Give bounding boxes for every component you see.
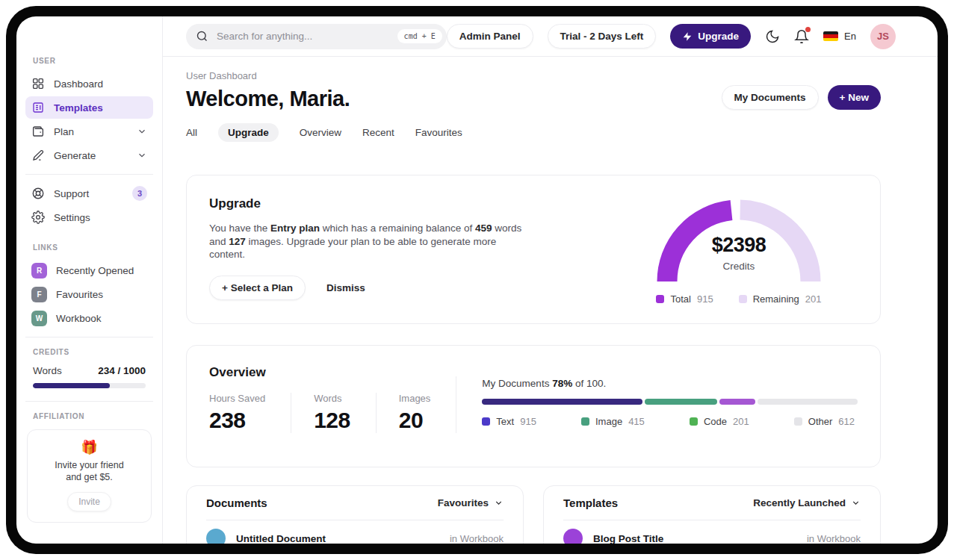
my-documents-button[interactable]: My Documents (722, 85, 819, 110)
credits-gauge: $2398 Credits Total 915 Remaining 201 (645, 196, 832, 302)
caption-text: of 100. (572, 378, 606, 389)
affiliation-line1: Invite your friend (55, 460, 123, 470)
pencil-icon (31, 149, 45, 162)
credits-progress-fill (33, 383, 110, 388)
upgrade-card-actions: + Select a Plan Dismiss (209, 276, 530, 300)
language-label: En (844, 31, 856, 42)
sidebar-item-dashboard[interactable]: Dashboard (25, 72, 153, 95)
sidebar-item-generate[interactable]: Generate (25, 144, 153, 167)
page-title: Welcome, Maria. (186, 85, 350, 112)
sidebar-link-workbook[interactable]: W Workbook (25, 307, 153, 329)
legend-swatch (656, 295, 664, 303)
select-plan-button[interactable]: + Select a Plan (209, 276, 306, 300)
legend-swatch (690, 417, 698, 426)
bar-legend: Text 915 Image 415 Code 20 (482, 416, 858, 427)
legend-label: Image (595, 416, 622, 427)
legend-item-text: Text 915 (482, 416, 536, 427)
tab-bar: All Upgrade Overview Recent Favourites (186, 122, 881, 142)
body-text: which has a remaining balance of (320, 223, 475, 234)
sidebar-item-label: Support (54, 188, 89, 199)
sidebar-divider (25, 174, 153, 175)
lifebuoy-icon (31, 187, 45, 200)
sidebar-item-label: Favourites (56, 289, 103, 300)
dark-mode-moon-icon[interactable] (765, 29, 780, 44)
search-bar[interactable]: cmd + E (186, 24, 447, 49)
admin-panel-button[interactable]: Admin Panel (447, 24, 533, 49)
header-actions: My Documents + New (722, 85, 881, 110)
legend-value: 915 (697, 293, 713, 305)
sidebar-link-favourites[interactable]: F Favourites (25, 283, 153, 305)
new-button[interactable]: + New (828, 85, 881, 110)
legend-swatch (581, 417, 589, 426)
sidebar-item-templates[interactable]: Templates (25, 96, 153, 119)
sidebar-section-affiliation: AFFILIATION (33, 412, 153, 420)
sidebar-item-label: Workbook (56, 313, 102, 324)
notifications-bell-icon[interactable] (794, 29, 809, 44)
bar-segment-image (645, 399, 718, 405)
support-count-badge: 3 (132, 186, 147, 201)
legend-item-code: Code 201 (690, 416, 749, 427)
chevron-down-icon (494, 498, 504, 508)
body-text: You have the (209, 223, 270, 234)
gauge-amount: $2398 (655, 234, 823, 257)
template-location: in Workbook (807, 533, 861, 544)
topbar-actions: Admin Panel Trial - 2 Days Left Upgrade … (447, 24, 896, 49)
credits-value: 234 / 1000 (98, 365, 146, 376)
overview-card: Overview Hours Saved 238 Words 128 Image… (186, 345, 881, 467)
sidebar-section-credits: CREDITS (33, 348, 153, 356)
sidebar-item-support[interactable]: Support 3 (25, 182, 153, 205)
affiliation-text: Invite your friend and get $5. (34, 459, 145, 483)
sidebar-item-label: Dashboard (54, 78, 103, 90)
template-name: Blog Post Title (593, 533, 663, 544)
bottom-cards-row: Documents Favourites Untitled Document i… (186, 485, 881, 544)
legend-value: 415 (628, 416, 645, 427)
upgrade-card-left: Upgrade You have the Entry plan which ha… (209, 196, 530, 302)
german-flag-icon (823, 31, 838, 41)
legend-item-image: Image 415 (581, 416, 645, 427)
language-selector[interactable]: En (823, 31, 856, 42)
sidebar-divider (25, 401, 153, 402)
trial-status-pill[interactable]: Trial - 2 Days Left (548, 24, 657, 49)
documents-card-header: Documents Favourites (206, 486, 504, 520)
content: User Dashboard Welcome, Maria. My Docume… (163, 57, 881, 544)
tab-recent[interactable]: Recent (362, 123, 394, 142)
tab-upgrade[interactable]: Upgrade (218, 123, 279, 142)
gauge-legend: Total 915 Remaining 201 (645, 293, 832, 305)
template-row[interactable]: Blog Post Title in Workbook (563, 520, 861, 544)
filter-label: Favourites (438, 497, 489, 508)
credits-row: Words 234 / 1000 (33, 365, 146, 376)
stat-label: Hours Saved (209, 393, 265, 404)
dismiss-button[interactable]: Dismiss (326, 282, 365, 293)
body-bold: 127 (229, 236, 246, 247)
documents-filter-dropdown[interactable]: Favourites (438, 497, 504, 508)
lightning-icon (682, 31, 693, 42)
document-row[interactable]: Untitled Document in Workbook (206, 520, 504, 544)
invite-button[interactable]: Invite (67, 492, 111, 511)
legend-swatch (739, 295, 747, 303)
tab-overview[interactable]: Overview (300, 123, 341, 142)
search-input[interactable] (215, 30, 391, 43)
semicircle-donut-chart: $2398 Credits (655, 198, 823, 286)
documents-card: Documents Favourites Untitled Document i… (186, 485, 524, 544)
sidebar-item-plan[interactable]: Plan (25, 120, 153, 143)
keyboard-shortcut-badge: cmd + E (397, 29, 442, 43)
templates-card: Templates Recently Launched Blog Post Ti… (543, 485, 881, 544)
notification-dot (805, 27, 811, 32)
templates-filter-dropdown[interactable]: Recently Launched (753, 497, 861, 508)
link-avatar: W (31, 311, 47, 326)
sidebar-item-settings[interactable]: Settings (25, 206, 153, 228)
gift-icon: 🎁 (34, 440, 145, 455)
legend-swatch (482, 417, 490, 426)
upgrade-card: Upgrade You have the Entry plan which ha… (186, 175, 881, 324)
tab-all[interactable]: All (186, 123, 197, 142)
stat-label: Images (399, 393, 431, 404)
affiliation-line2: and get $5. (66, 472, 113, 482)
upgrade-button[interactable]: Upgrade (670, 24, 751, 49)
legend-label: Remaining (753, 293, 799, 305)
body-text: images. Upgrade your plan to be able to … (209, 236, 496, 261)
user-avatar[interactable]: JS (870, 24, 896, 49)
tab-favourites[interactable]: Favourites (415, 123, 462, 142)
legend-item-other: Other 612 (794, 416, 855, 427)
overview-stats: Hours Saved 238 Words 128 Images 20 (209, 393, 456, 433)
sidebar-link-recently-opened[interactable]: R Recently Opened (25, 259, 153, 281)
